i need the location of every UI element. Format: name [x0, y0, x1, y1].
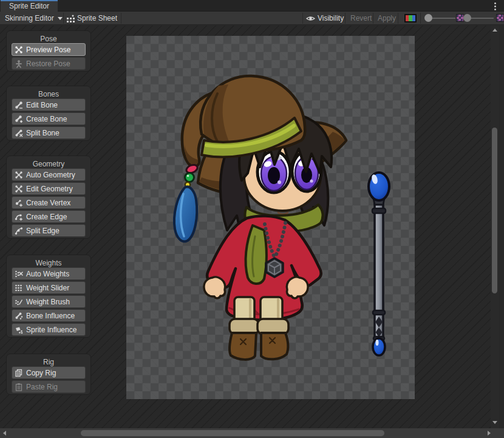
staff-sprite	[369, 173, 389, 355]
scroll-left-icon[interactable]	[3, 431, 6, 436]
button-label: Paste Rig	[26, 383, 58, 391]
split-bone-icon	[15, 129, 23, 137]
workspace: Pose Preview Pose Restore Pose Bones	[0, 26, 495, 428]
tab-label: Sprite Editor	[9, 2, 49, 10]
tab-sprite-editor[interactable]: Sprite Editor	[1, 0, 58, 12]
copy-rig-button[interactable]: Copy Rig	[12, 366, 86, 379]
tab-bar: Sprite Editor	[0, 0, 504, 12]
edit-geometry-icon	[15, 185, 23, 193]
sprite-sheet-button[interactable]: Sprite Sheet	[67, 12, 117, 25]
sprite-editor-window: Sprite Editor Skinning Editor Sprite She…	[0, 0, 504, 438]
scroll-down-icon[interactable]	[492, 421, 497, 424]
copy-rig-icon	[15, 369, 23, 377]
eye-icon	[306, 15, 315, 22]
panel-bones: Bones Edit Bone Create Bone Split Bone	[6, 86, 91, 141]
button-label: Preview Pose	[26, 46, 70, 54]
split-edge-button[interactable]: Split Edge	[12, 224, 86, 237]
toolbar-separator	[121, 13, 121, 24]
panel-title: Bones	[7, 86, 90, 98]
character-sprite	[126, 36, 415, 399]
button-label: Weight Brush	[26, 298, 70, 306]
toolbar-separator	[345, 13, 346, 24]
weight-brush-button[interactable]: Weight Brush	[12, 295, 86, 308]
split-edge-icon	[15, 227, 23, 235]
create-edge-button[interactable]: Create Edge	[12, 210, 86, 223]
create-edge-icon	[15, 213, 23, 221]
sprite-sheet-label: Sprite Sheet	[77, 14, 117, 22]
panel-weights: Weights Auto Weights Weight Slider Weigh…	[6, 255, 91, 338]
toolbar-separator	[398, 13, 398, 24]
button-label: Edit Geometry	[26, 185, 73, 193]
weight-slider-button[interactable]: Weight Slider	[12, 281, 86, 294]
visibility-label: Visibility	[318, 14, 344, 22]
panel-geometry: Geometry Auto Geometry Edit Geometry Cre…	[6, 156, 91, 239]
sprite-influence-icon	[15, 326, 23, 334]
scroll-right-icon[interactable]	[488, 431, 491, 436]
button-label: Create Edge	[26, 213, 67, 221]
scroll-up-icon[interactable]	[492, 29, 497, 32]
color-swatch-button[interactable]	[404, 12, 417, 25]
panel-rig: Rig Copy Rig Paste Rig	[6, 354, 91, 395]
panel-title: Geometry	[7, 156, 90, 168]
hat-charm	[174, 163, 199, 242]
bone-influence-icon	[15, 312, 23, 320]
button-label: Sprite Influence	[26, 326, 77, 334]
sprite-canvas[interactable]	[126, 36, 415, 399]
button-label: Restore Pose	[26, 60, 70, 68]
revert-button[interactable]: Revert	[350, 12, 372, 25]
toolbar: Skinning Editor Sprite Sheet Visibility …	[0, 12, 504, 25]
create-bone-button[interactable]: Create Bone	[12, 112, 86, 125]
panel-title: Weights	[7, 255, 90, 267]
button-label: Auto Weights	[26, 270, 69, 278]
auto-weights-button[interactable]: Auto Weights	[12, 267, 86, 280]
apply-label: Apply	[378, 14, 396, 22]
auto-geometry-icon	[15, 171, 23, 179]
sprite-influence-button[interactable]: Sprite Influence	[12, 323, 86, 336]
paste-rig-icon	[15, 383, 23, 391]
vertical-scrollbar-thumb[interactable]	[492, 128, 497, 293]
preview-pose-icon	[15, 46, 23, 54]
button-label: Edit Bone	[26, 101, 58, 109]
dropdown-label: Skinning Editor	[5, 14, 54, 22]
horizontal-scrollbar[interactable]	[0, 428, 504, 438]
edit-bone-icon	[15, 101, 23, 109]
split-bone-button[interactable]: Split Bone	[12, 126, 86, 139]
toolbar-separator	[63, 13, 64, 24]
button-label: Auto Geometry	[26, 171, 75, 179]
auto-weights-icon	[15, 270, 23, 278]
button-label: Create Vertex	[26, 199, 70, 207]
horizontal-scrollbar-thumb[interactable]	[81, 430, 384, 436]
dropdown-caret-icon	[58, 17, 63, 20]
create-bone-icon	[15, 115, 23, 123]
panel-title: Rig	[7, 354, 90, 366]
panel-pose: Pose Preview Pose Restore Pose	[6, 30, 91, 72]
vertical-scrollbar[interactable]	[491, 26, 499, 428]
create-vertex-button[interactable]: Create Vertex	[12, 196, 86, 209]
sprite-opacity-slider-knob[interactable]	[463, 14, 471, 22]
revert-label: Revert	[350, 14, 372, 22]
restore-pose-button[interactable]: Restore Pose	[12, 57, 86, 70]
bone-influence-button[interactable]: Bone Influence	[12, 309, 86, 322]
restore-pose-icon	[15, 60, 23, 68]
apply-button[interactable]: Apply	[378, 12, 396, 25]
rgb-color-swatch-icon	[404, 14, 417, 22]
witch-girl-sprite	[174, 76, 346, 360]
kebab-menu-icon[interactable]	[491, 2, 499, 10]
edit-geometry-button[interactable]: Edit Geometry	[12, 182, 86, 195]
visibility-button[interactable]: Visibility	[306, 12, 344, 25]
preview-pose-button[interactable]: Preview Pose	[12, 43, 86, 56]
weight-slider-icon	[15, 284, 23, 292]
paste-rig-button[interactable]: Paste Rig	[12, 380, 86, 393]
texture-checker-icon	[496, 14, 504, 22]
toolbar-separator	[373, 13, 373, 24]
skinning-editor-dropdown[interactable]: Skinning Editor	[5, 12, 63, 25]
toolbar-separator	[420, 13, 421, 24]
panel-title: Pose	[7, 31, 90, 43]
auto-geometry-button[interactable]: Auto Geometry	[12, 168, 86, 181]
bone-opacity-slider-knob[interactable]	[424, 14, 432, 22]
button-label: Weight Slider	[26, 284, 69, 292]
button-label: Copy Rig	[26, 369, 56, 377]
button-label: Bone Influence	[26, 312, 75, 320]
weight-brush-icon	[15, 298, 23, 306]
edit-bone-button[interactable]: Edit Bone	[12, 98, 86, 111]
